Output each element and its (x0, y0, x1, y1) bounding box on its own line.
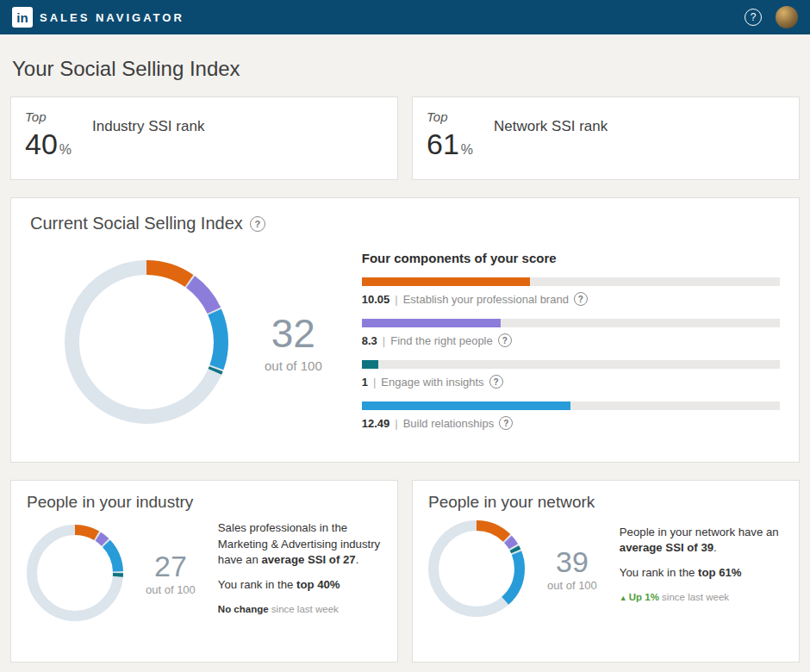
ssi-components: Four components of your score 10.05 | Es… (362, 240, 780, 443)
help-icon[interactable]: ? (574, 292, 588, 306)
component-row: 10.05 | Establish your professional bran… (362, 277, 780, 306)
network-rank-top-label: Top (427, 109, 494, 124)
page-content: Your Social Selling Index Top 40% Indust… (0, 57, 810, 663)
industry-change-bold: No change (218, 604, 269, 614)
component-bar-track (362, 319, 780, 327)
industry-rank-number: 40 (25, 128, 58, 160)
help-icon[interactable]: ? (489, 375, 503, 389)
ssi-donut-chart (65, 260, 228, 424)
network-people-card: People in your network 39 out of 100 Peo… (412, 480, 800, 663)
industry-people-title: People in your industry (27, 493, 382, 512)
industry-people-body: 27 out of 100 Sales professionals in the… (27, 520, 382, 625)
component-bar-fill (362, 319, 501, 327)
current-ssi-card: Current Social Selling Index ? 32 out of… (10, 197, 800, 463)
help-icon[interactable]: ? (745, 9, 762, 26)
network-rank-title: Network SSI rank (494, 118, 608, 135)
industry-change-text: since last week (269, 604, 339, 614)
component-text: Establish your professional brand (403, 293, 569, 306)
page-title: Your Social Selling Index (12, 57, 800, 81)
industry-score: 27 (146, 550, 196, 583)
component-value: 12.49 (362, 417, 390, 430)
industry-text-block: Sales professionals in the Marketing & A… (218, 520, 382, 625)
network-summary-end: . (713, 541, 717, 554)
network-rank-left: Top 61% (427, 109, 494, 161)
network-trend-bold: Up 1% (629, 592, 659, 602)
industry-rank-value: 40% (25, 128, 92, 161)
network-rank-line: You rank in the top 61% (620, 565, 783, 582)
help-icon[interactable]: ? (499, 416, 513, 430)
component-bar-fill (362, 277, 530, 286)
component-label: 1 | Engage with insights ? (362, 375, 780, 389)
linkedin-logo: in (12, 7, 33, 28)
network-trend-line: ▲Up 1% since last week (620, 590, 783, 604)
help-icon[interactable]: ? (498, 333, 512, 347)
industry-score-block: 27 out of 100 (146, 550, 196, 596)
component-bar-track (362, 401, 780, 410)
component-label: 12.49 | Build relationships ? (362, 416, 780, 430)
component-separator: | (383, 334, 385, 347)
rank-cards-row: Top 40% Industry SSI rank Top 61% Networ… (10, 96, 800, 180)
network-people-body: 39 out of 100 People in your network hav… (428, 520, 783, 617)
linkedin-logo-text: in (16, 10, 28, 25)
component-bar-fill (362, 401, 570, 410)
component-text: Engage with insights (381, 376, 483, 389)
nav-right: ? (745, 6, 798, 28)
network-summary-text: People in your network have an (620, 526, 779, 538)
people-cards-row: People in your industry 27 out of 100 Sa… (10, 480, 800, 663)
network-rank-value: 61% (427, 128, 494, 161)
component-value: 8.3 (362, 334, 377, 347)
network-rank-line-text: You rank in the (620, 566, 698, 579)
network-rank-number: 61 (427, 128, 459, 160)
up-arrow-icon: ▲ (620, 594, 627, 602)
component-label: 8.3 | Find the right people ? (362, 333, 780, 347)
component-value: 10.05 (362, 293, 390, 306)
ssi-score: 32 (265, 310, 322, 357)
top-nav: in SALES NAVIGATOR ? (0, 0, 810, 34)
component-bar-track (362, 277, 780, 286)
components-heading: Four components of your score (362, 251, 780, 265)
brand-title: SALES NAVIGATOR (40, 11, 184, 24)
network-people-title: People in your network (428, 493, 783, 512)
network-rank-unit: % (461, 142, 473, 157)
current-ssi-heading: Current Social Selling Index ? (30, 214, 780, 233)
industry-score-outof: out of 100 (146, 583, 196, 596)
network-donut-chart (428, 520, 525, 617)
industry-people-card: People in your industry 27 out of 100 Sa… (10, 480, 398, 663)
avatar[interactable] (776, 6, 798, 28)
component-text: Find the right people (390, 334, 493, 347)
component-label: 10.05 | Establish your professional bran… (362, 292, 780, 306)
network-rank-card: Top 61% Network SSI rank (412, 96, 800, 180)
industry-summary-end: . (356, 553, 359, 566)
component-separator: | (395, 417, 397, 430)
industry-change-line: No change since last week (218, 602, 382, 616)
industry-rank-line-bold: top 40% (296, 578, 340, 591)
component-row: 12.49 | Build relationships ? (362, 401, 780, 430)
component-text: Build relationships (403, 417, 495, 430)
industry-rank-card: Top 40% Industry SSI rank (10, 96, 398, 180)
component-bar-fill (362, 360, 378, 369)
current-ssi-body: 32 out of 100 Four components of your sc… (30, 240, 780, 443)
industry-rank-line: You rank in the top 40% (218, 577, 382, 594)
industry-rank-line-text: You rank in the (218, 578, 296, 591)
industry-summary: Sales professionals in the Marketing & A… (218, 520, 382, 569)
component-separator: | (373, 376, 376, 389)
network-trend-text: since last week (659, 592, 729, 602)
network-score-outof: out of 100 (547, 579, 597, 592)
component-bar-track (362, 360, 780, 369)
industry-rank-title: Industry SSI rank (92, 118, 204, 135)
help-icon[interactable]: ? (250, 216, 265, 232)
component-value: 1 (362, 376, 368, 389)
industry-summary-bold: average SSI of 27 (261, 553, 355, 566)
component-separator: | (395, 293, 397, 306)
network-summary-bold: average SSI of 39 (620, 541, 713, 554)
network-rank-line-bold: top 61% (698, 566, 742, 579)
network-summary: People in your network have an average S… (620, 525, 783, 557)
industry-donut-chart (27, 525, 123, 621)
network-score: 39 (547, 545, 597, 579)
industry-rank-top-label: Top (25, 109, 92, 124)
ssi-gauge-area: 32 out of 100 (30, 240, 322, 443)
ssi-score-block: 32 out of 100 (265, 310, 322, 373)
ssi-score-outof: out of 100 (265, 358, 322, 373)
industry-rank-left: Top 40% (25, 109, 92, 161)
network-score-block: 39 out of 100 (547, 545, 597, 592)
